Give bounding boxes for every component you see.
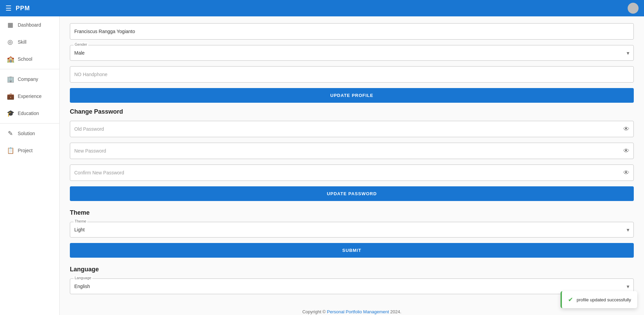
- new-password-input[interactable]: [74, 148, 629, 154]
- layout: ▦ Dashboard ◎ Skill 🏫 School 🏢 Company 💼…: [0, 16, 644, 315]
- change-password-title: Change Password: [70, 108, 634, 115]
- sidebar: ▦ Dashboard ◎ Skill 🏫 School 🏢 Company 💼…: [0, 16, 60, 315]
- app-title: PPM: [16, 5, 30, 12]
- footer-year: 2024.: [390, 309, 401, 314]
- old-password-wrap: 👁: [70, 121, 634, 137]
- project-icon: 📋: [7, 147, 14, 154]
- sidebar-label-solution: Solution: [18, 131, 35, 136]
- solution-icon: ✎: [7, 130, 14, 137]
- language-section: Language Language English Indonesian ▾: [70, 266, 634, 294]
- old-password-input[interactable]: [74, 126, 629, 132]
- sidebar-item-solution[interactable]: ✎ Solution: [0, 125, 59, 142]
- toast-notification: ✔ profile updated successfully: [561, 291, 637, 308]
- skill-icon: ◎: [7, 38, 14, 46]
- sidebar-label-school: School: [18, 56, 32, 62]
- language-field-wrap: Language English Indonesian ▾: [70, 278, 634, 294]
- theme-submit-wrap: SUBMIT: [70, 243, 634, 258]
- confirm-password-wrap: 👁: [70, 164, 634, 181]
- sidebar-item-experience[interactable]: 💼 Experience: [0, 88, 59, 105]
- toast-success-icon: ✔: [568, 296, 573, 303]
- theme-submit-button[interactable]: SUBMIT: [70, 243, 634, 258]
- phone-input[interactable]: [74, 72, 629, 77]
- confirm-password-input-wrap: 👁: [70, 164, 634, 181]
- sidebar-item-company[interactable]: 🏢 Company: [0, 71, 59, 88]
- language-label: Language: [74, 276, 92, 280]
- sidebar-item-project[interactable]: 📋 Project: [0, 142, 59, 159]
- toast-message: profile updated successfully: [577, 297, 631, 302]
- sidebar-label-skill: Skill: [18, 39, 27, 45]
- new-password-eye-icon[interactable]: 👁: [623, 147, 629, 155]
- theme-field-wrap: Theme Light Dark ▾: [70, 222, 634, 238]
- gender-field-wrap: Gender Male Female ▾: [70, 45, 634, 61]
- gender-label: Gender: [74, 42, 88, 46]
- experience-icon: 💼: [7, 92, 14, 100]
- phone-input-wrap: [70, 66, 634, 83]
- sidebar-label-project: Project: [18, 148, 33, 153]
- new-password-wrap: 👁: [70, 143, 634, 159]
- confirm-password-eye-icon[interactable]: 👁: [623, 169, 629, 176]
- sidebar-label-education: Education: [18, 111, 39, 116]
- sidebar-label-company: Company: [18, 76, 38, 82]
- sidebar-divider-2: [0, 123, 59, 124]
- gender-select-wrap: Gender Male Female ▾: [70, 45, 634, 61]
- footer-copyright: Copyright ©: [302, 309, 326, 314]
- name-input-wrap: [70, 23, 634, 40]
- sidebar-item-dashboard[interactable]: ▦ Dashboard: [0, 16, 59, 33]
- theme-select[interactable]: Light Dark: [70, 222, 633, 237]
- sidebar-item-education[interactable]: 🎓 Education: [0, 105, 59, 122]
- education-icon: 🎓: [7, 110, 14, 117]
- theme-label: Theme: [74, 219, 87, 223]
- new-password-input-wrap: 👁: [70, 143, 634, 159]
- topbar: ☰ PPM: [0, 0, 644, 16]
- update-password-button[interactable]: UPDATE PASSWORD: [70, 186, 634, 201]
- update-profile-button[interactable]: UPDATE PROFILE: [70, 88, 634, 103]
- footer-link[interactable]: Personal Portfolio Management: [327, 309, 389, 314]
- name-input[interactable]: [74, 29, 629, 34]
- company-icon: 🏢: [7, 75, 14, 83]
- name-field-wrap: [70, 23, 634, 40]
- language-select-wrap: Language English Indonesian ▾: [70, 278, 634, 294]
- sidebar-label-experience: Experience: [18, 94, 42, 99]
- footer: Copyright © Personal Portfolio Managemen…: [70, 302, 634, 315]
- sidebar-divider-1: [0, 69, 59, 69]
- language-title: Language: [70, 266, 634, 273]
- phone-field-wrap: [70, 66, 634, 83]
- old-password-eye-icon[interactable]: 👁: [623, 126, 629, 133]
- old-password-input-wrap: 👁: [70, 121, 634, 137]
- main-content: Gender Male Female ▾ UPDATE PROFILE Chan…: [60, 16, 644, 315]
- sidebar-label-dashboard: Dashboard: [18, 22, 41, 28]
- menu-icon[interactable]: ☰: [5, 4, 12, 12]
- theme-section: Theme Theme Light Dark ▾ SUBMIT: [70, 209, 634, 258]
- gender-select[interactable]: Male Female: [70, 45, 633, 60]
- change-password-section: Change Password 👁 👁 👁: [70, 108, 634, 201]
- update-profile-wrap: UPDATE PROFILE: [70, 88, 634, 103]
- language-select[interactable]: English Indonesian: [70, 279, 633, 294]
- theme-title: Theme: [70, 209, 634, 216]
- sidebar-item-school[interactable]: 🏫 School: [0, 51, 59, 68]
- school-icon: 🏫: [7, 55, 14, 63]
- theme-select-wrap: Theme Light Dark ▾: [70, 222, 634, 238]
- dashboard-icon: ▦: [7, 21, 14, 29]
- avatar[interactable]: [628, 3, 639, 14]
- sidebar-item-skill[interactable]: ◎ Skill: [0, 33, 59, 51]
- confirm-password-input[interactable]: [74, 170, 629, 175]
- update-password-btn-wrap: UPDATE PASSWORD: [70, 186, 634, 201]
